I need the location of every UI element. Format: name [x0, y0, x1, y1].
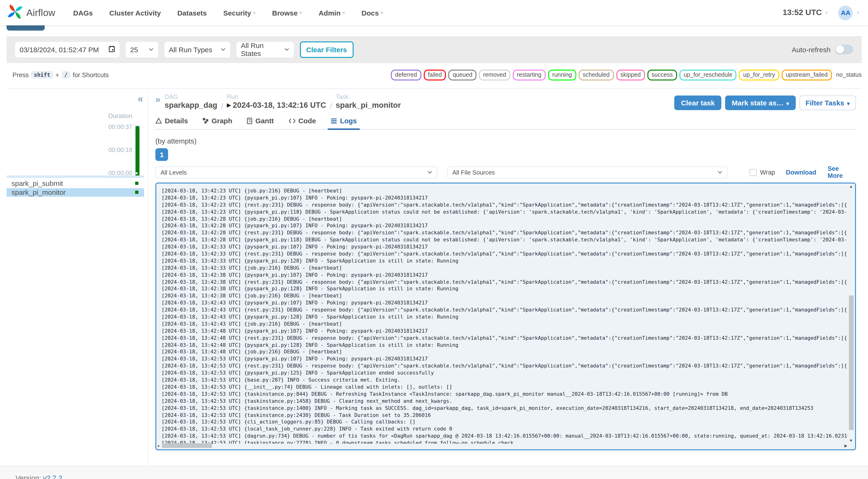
- clock-chevron-down-icon: ▾: [825, 9, 828, 16]
- base-date-input[interactable]: 03/18/2024, 01:52:47 PM: [15, 42, 119, 57]
- version-text: Version: v2.7.2: [16, 474, 62, 479]
- tab-gantt[interactable]: Gantt: [247, 117, 274, 129]
- tab-logs[interactable]: Logs: [331, 117, 357, 129]
- detail-tabs: DetailsGraphGanttCodeLogs: [155, 117, 856, 130]
- task-list: spark_pi_submitspark_pi_monitor: [6, 179, 144, 197]
- log-line: [2024-03-18, 13:42:53 UTC] {taskinstance…: [161, 405, 847, 412]
- scroll-up-icon[interactable]: ▲: [848, 185, 854, 189]
- utc-clock[interactable]: 13:52 UTC: [783, 8, 822, 18]
- log-level-select[interactable]: All Levels: [155, 166, 437, 178]
- dag-value-link[interactable]: sparkapp_dag: [164, 101, 217, 109]
- clear-filters-button[interactable]: Clear Filters: [300, 41, 353, 58]
- log-content[interactable]: [2024-03-18, 13:42:23 UTC] {job.py:216} …: [156, 184, 847, 444]
- nav-item-security[interactable]: Security▾: [223, 9, 255, 17]
- status-badge-up_for_reschedule[interactable]: up_for_reschedule: [679, 69, 737, 80]
- divider: [6, 88, 862, 89]
- nav-item-label: Browse: [272, 9, 298, 17]
- log-line: [2024-03-18, 13:42:48 UTC] {rest.py:231}…: [161, 335, 847, 342]
- version-link[interactable]: v2.7.2: [43, 474, 62, 479]
- task-status-square[interactable]: [135, 182, 138, 185]
- breadcrumb-separator: /: [330, 102, 332, 110]
- run-value-link[interactable]: ▶ 2024-03-18, 13:42:16 UTC: [227, 101, 326, 109]
- log-line: [2024-03-18, 13:42:43 UTC] {job.py:216} …: [161, 321, 847, 328]
- scroll-right-icon[interactable]: ▶: [844, 443, 847, 448]
- chevron-down-icon: ▾: [343, 10, 345, 16]
- user-menu-chevron-down-icon[interactable]: ▾: [857, 9, 860, 16]
- horizontal-scrollbar[interactable]: ◂ ▶: [157, 443, 847, 448]
- log-line: [2024-03-18, 13:42:28 UTC] {rest.py:231}…: [161, 230, 847, 237]
- run-types-value: All Run Types: [169, 45, 217, 54]
- auto-refresh-toggle[interactable]: [835, 45, 853, 54]
- run-types-select[interactable]: All Run Types: [164, 42, 230, 57]
- log-line: [2024-03-18, 13:42:53 UTC] {taskinstance…: [161, 391, 847, 398]
- tab-graph[interactable]: Graph: [203, 117, 232, 129]
- run-duration-bar[interactable]: ▶: [135, 126, 139, 177]
- chevron-down-icon: ▾: [381, 10, 383, 16]
- auto-refresh-label: Auto-refresh: [792, 45, 831, 54]
- collapse-sidebar-icon[interactable]: «: [138, 93, 143, 104]
- log-source-value: All File Sources: [452, 169, 714, 176]
- log-line: [2024-03-18, 13:42:53 UTC] {local_task_j…: [161, 426, 847, 433]
- run-states-select[interactable]: All Run States: [236, 42, 293, 57]
- log-line: [2024-03-18, 13:42:33 UTC] {job.py:216} …: [161, 265, 847, 272]
- clear-task-button[interactable]: Clear task: [675, 96, 721, 110]
- task-row-spark_pi_monitor[interactable]: spark_pi_monitor: [6, 188, 144, 197]
- status-badge-scheduled[interactable]: scheduled: [579, 69, 614, 80]
- log-line: [2024-03-18, 13:42:23 UTC] {pyspark_pi.p…: [161, 209, 847, 216]
- wrap-label: Wrap: [760, 169, 775, 176]
- user-avatar[interactable]: AA: [838, 5, 853, 20]
- vertical-scroll-thumb[interactable]: [849, 295, 854, 430]
- status-badge-queued[interactable]: queued: [448, 69, 476, 80]
- nav-item-dags[interactable]: DAGs: [73, 9, 93, 17]
- scroll-left-icon[interactable]: ◂: [157, 443, 159, 448]
- nav-item-browse[interactable]: Browse▾: [272, 9, 302, 17]
- log-line: [2024-03-18, 13:42:53 UTC] {dagrun.py:73…: [161, 433, 847, 440]
- run-column[interactable]: ▶: [135, 125, 140, 178]
- page-size-select[interactable]: 25: [125, 42, 158, 57]
- grid-sidebar: « Duration 00:00:3700:00:1800:00:00 ▶ sp…: [6, 90, 148, 466]
- status-badge-failed[interactable]: failed: [424, 69, 446, 80]
- tab-label: Graph: [211, 117, 232, 125]
- breadcrumb-run: Run ▶ 2024-03-18, 13:42:16 UTC: [227, 90, 326, 109]
- airflow-brand[interactable]: Airflow: [7, 4, 55, 22]
- scroll-down-icon[interactable]: ▼: [848, 439, 854, 443]
- status-badge-upstream_failed[interactable]: upstream_failed: [782, 69, 832, 80]
- tab-details[interactable]: Details: [155, 117, 188, 129]
- horizontal-scroll-thumb[interactable]: [162, 443, 212, 448]
- nav-item-admin[interactable]: Admin▾: [318, 9, 345, 17]
- vertical-scrollbar[interactable]: ▲ ▼: [848, 185, 854, 443]
- log-line: [2024-03-18, 13:42:53 UTC] {pyspark_pi.p…: [161, 356, 847, 363]
- wrap-checkbox[interactable]: [750, 169, 757, 176]
- log-line: [2024-03-18, 13:42:43 UTC] {pyspark_pi.p…: [161, 314, 847, 321]
- breadcrumb-separator: /: [221, 102, 223, 110]
- attempt-1-button[interactable]: 1: [155, 148, 168, 161]
- status-badge-success[interactable]: success: [647, 69, 677, 80]
- see-more-link[interactable]: See More: [828, 165, 856, 179]
- task-detail-panel: » DAG sparkapp_dag / Run ▶ 2024-03-18, 1…: [155, 90, 856, 466]
- filter-tasks-button[interactable]: Filter Tasks▾: [799, 96, 856, 110]
- mark-state-as-button[interactable]: Mark state as…▾: [725, 96, 796, 110]
- run-label: Run: [227, 93, 326, 100]
- task-row-spark_pi_submit[interactable]: spark_pi_submit: [6, 179, 144, 188]
- nav-item-datasets[interactable]: Datasets: [177, 9, 207, 17]
- download-log-link[interactable]: Download: [786, 169, 816, 176]
- status-badge-deferred[interactable]: deferred: [391, 69, 421, 80]
- status-badge-running[interactable]: running: [548, 69, 576, 80]
- log-filter-row: All Levels All File Sources Wrap Downloa…: [155, 165, 856, 179]
- tab-code[interactable]: Code: [288, 117, 316, 129]
- task-status-square[interactable]: [135, 191, 138, 194]
- log-level-value: All Levels: [160, 169, 424, 176]
- status-badge-skipped[interactable]: skipped: [616, 69, 645, 80]
- log-source-select[interactable]: All File Sources: [447, 166, 727, 178]
- status-badge-restarting[interactable]: restarting: [513, 69, 546, 80]
- task-value-link[interactable]: spark_pi_monitor: [336, 101, 401, 109]
- log-line: [2024-03-18, 13:42:28 UTC] {pyspark_pi.p…: [161, 237, 847, 244]
- calendar-icon[interactable]: [108, 45, 115, 54]
- nav-item-cluster-activity[interactable]: Cluster Activity: [109, 9, 161, 17]
- status-badge-removed[interactable]: removed: [479, 69, 510, 80]
- duration-tick: 00:00:18: [108, 146, 132, 153]
- log-line: [2024-03-18, 13:42:48 UTC] {pyspark_pi.p…: [161, 328, 847, 335]
- status-badge-up_for_retry[interactable]: up_for_retry: [739, 69, 779, 80]
- nav-item-label: Admin: [318, 9, 340, 17]
- nav-item-docs[interactable]: Docs▾: [362, 9, 383, 17]
